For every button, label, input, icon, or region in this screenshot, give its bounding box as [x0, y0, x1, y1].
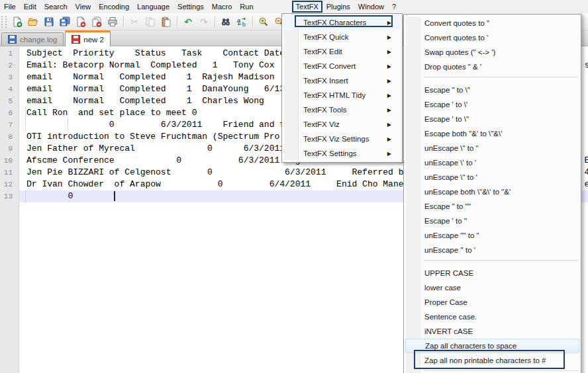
submenu-item-drop-quotes[interactable]: Drop quotes " & ' — [405, 60, 579, 74]
submenu-item-escape-to[interactable]: Escape " to "" — [405, 199, 579, 214]
tab-change-log[interactable]: change.log — [1, 32, 64, 46]
menubar-item-[interactable]: ? — [388, 0, 400, 13]
menu-item-label: TextFX Convert — [303, 62, 356, 70]
textfx-menu-item-textfx-settings[interactable]: TextFX Settings ▶ — [283, 146, 401, 161]
submenu-item-label: unEscape "" to " — [424, 231, 479, 239]
submenu-item-unescape-to[interactable]: unEscape '' to ' — [405, 243, 579, 257]
submenu-item-convert-quotes-to[interactable]: Convert quotes to " — [405, 16, 579, 30]
submenu-item-proper-case[interactable]: Proper Case — [405, 295, 579, 310]
textfx-characters-submenu: Convert quotes to " Convert quotes to ' … — [403, 14, 581, 373]
submenu-item-label: Escape ' to \' — [424, 101, 467, 108]
menubar-item-textfx[interactable]: TextFX — [292, 1, 322, 13]
submenu-arrow-icon: ▶ — [387, 89, 391, 103]
menubar-item-run[interactable]: Run — [236, 0, 257, 13]
menubar-item-label: Settings — [177, 3, 204, 11]
submenu-item-label: Convert quotes to " — [424, 19, 489, 27]
submenu-item-label: iNVERT cASE — [424, 327, 473, 335]
save-icon[interactable] — [41, 15, 57, 29]
menubar-item-label: Search — [44, 3, 68, 11]
submenu-item-swap-quotes[interactable]: Swap quotes (" <-> ') — [405, 45, 579, 60]
find-icon[interactable] — [218, 15, 234, 29]
submenu-item-unescape-to[interactable]: unEscape \" to ' — [405, 170, 579, 185]
cut-icon[interactable]: ✂ — [126, 15, 142, 29]
submenu-item-label: Swap quotes (" <-> ') — [424, 48, 495, 56]
textfx-menu-item-textfx-tools[interactable]: TextFX Tools ▶ — [283, 103, 401, 117]
menubar-item-view[interactable]: View — [72, 0, 95, 13]
submenu-item-label: Escape " to \" — [424, 86, 470, 94]
menubar-item-label: Run — [240, 3, 253, 11]
line-number: 5 — [0, 95, 19, 107]
submenu-item-label: Escape ' to \" — [424, 115, 469, 123]
tab-label: change.log — [20, 36, 57, 44]
submenu-item-escape-to[interactable]: Escape ' to \' — [405, 97, 579, 112]
textfx-menu-item-textfx-quick[interactable]: TextFX Quick ▶ — [283, 30, 401, 44]
textfx-menu-item-textfx-characters[interactable]: TextFX Characters ▶ — [283, 15, 401, 30]
submenu-item-escape-to[interactable]: Escape ' to \" — [405, 112, 579, 126]
submenu-item-lower-case[interactable]: lower case — [405, 280, 579, 295]
submenu-item-zap-all-non-printable-characters-to[interactable]: Zap all non printable characters to # — [405, 353, 579, 368]
submenu-item-label: unEscape \" to " — [424, 144, 479, 152]
menubar-item-window[interactable]: Window — [354, 0, 388, 13]
menubar-item-label: TextFX — [296, 2, 318, 11]
submenu-item-upper-case[interactable]: UPPER CASE — [405, 266, 579, 280]
textfx-menu-item-textfx-viz-settings[interactable]: TextFX Viz Settings ▶ — [283, 132, 401, 146]
menubar-item-label: ? — [392, 3, 396, 11]
textfx-menu-item-textfx-viz[interactable]: TextFX Viz ▶ — [283, 117, 401, 132]
close-icon[interactable] — [73, 15, 89, 29]
submenu-item-escape-both-to[interactable]: Escape both "&' to \"&\' — [405, 126, 579, 141]
submenu-item-sentence-case[interactable]: Sentence case. — [405, 310, 579, 324]
textfx-menu-item-textfx-insert[interactable]: TextFX Insert ▶ — [283, 73, 401, 88]
line-number: 3 — [0, 71, 19, 83]
submenu-item-unescape-to[interactable]: unEscape \' to ' — [405, 155, 579, 170]
menubar-item-plugins[interactable]: Plugins — [322, 0, 354, 13]
menu-item-label: TextFX Insert — [303, 77, 348, 85]
paste-icon[interactable] — [158, 15, 174, 29]
copy-icon[interactable] — [142, 15, 158, 29]
line-number: 7 — [0, 119, 19, 131]
textfx-menu-item-textfx-html-tidy[interactable]: TextFX HTML Tidy ▶ — [283, 88, 401, 103]
tab-new-2[interactable]: new 2 — [65, 30, 111, 46]
menubar-item-label: Macro — [212, 3, 232, 11]
submenu-separator — [424, 370, 578, 373]
submenu-item-unescape-both-to[interactable]: unEscape both \"&\' to "&' — [405, 185, 579, 199]
toolbar-separator — [212, 15, 218, 29]
close-all-icon[interactable] — [89, 15, 105, 29]
save-all-icon[interactable] — [57, 15, 73, 29]
svg-text:a: a — [237, 17, 241, 23]
redo-icon[interactable]: ↷ — [196, 15, 212, 29]
toolbar-separator — [174, 15, 180, 29]
open-icon[interactable] — [25, 15, 41, 29]
submenu-item-escape-to[interactable]: Escape ' to '' — [405, 214, 579, 228]
line-number: 11 — [0, 167, 19, 179]
menubar-item-search[interactable]: Search — [40, 0, 72, 13]
print-icon[interactable] — [105, 15, 121, 29]
textfx-menu-item-textfx-convert[interactable]: TextFX Convert ▶ — [283, 59, 401, 73]
menubar-item-edit[interactable]: Edit — [20, 0, 40, 13]
submenu-item-convert-quotes-to[interactable]: Convert quotes to ' — [405, 30, 579, 45]
submenu-item-label: unEscape \" to ' — [424, 173, 477, 181]
toolbar-grip-handle[interactable] — [1, 16, 7, 28]
textfx-menu-item-textfx-edit[interactable]: TextFX Edit ▶ — [283, 44, 401, 59]
menu-item-label: TextFX Settings — [303, 149, 357, 157]
replace-icon[interactable]: ab — [234, 15, 250, 29]
undo-icon[interactable]: ↶ — [180, 15, 196, 29]
menubar-item-settings[interactable]: Settings — [173, 0, 208, 13]
menubar-item-encoding[interactable]: Encoding — [95, 0, 133, 13]
submenu-arrow-icon: ▶ — [387, 60, 391, 74]
new-file-icon[interactable] — [9, 15, 25, 29]
menubar-item-file[interactable]: File — [0, 0, 20, 13]
submenu-item-label: unEscape '' to ' — [424, 246, 475, 254]
submenu-item-unescape-to[interactable]: unEscape \" to " — [405, 141, 579, 155]
menubar-item-macro[interactable]: Macro — [208, 0, 236, 13]
indent-guide — [68, 119, 68, 131]
submenu-arrow-icon: ▶ — [387, 74, 391, 89]
submenu-separator — [424, 260, 578, 266]
submenu-item-escape-to[interactable]: Escape " to \" — [405, 83, 579, 97]
menubar-item-label: View — [75, 3, 91, 11]
menu-item-label: TextFX Tools — [303, 106, 347, 114]
submenu-item-invert-case[interactable]: iNVERT cASE — [405, 324, 579, 339]
submenu-item-label: Escape " to "" — [424, 202, 471, 210]
zoom-in-icon[interactable] — [256, 15, 271, 29]
submenu-item-unescape-to[interactable]: unEscape "" to " — [405, 228, 579, 243]
menubar-item-language[interactable]: Language — [133, 0, 173, 13]
